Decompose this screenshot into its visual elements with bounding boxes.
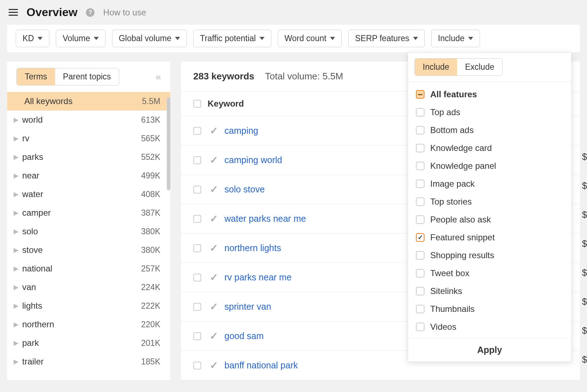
feature-checkbox[interactable]	[416, 180, 425, 188]
sidebar-item-count: 499K	[141, 171, 160, 181]
row-checkbox[interactable]	[193, 362, 201, 369]
dollar-sign: $	[582, 287, 587, 316]
check-icon: ✓	[210, 125, 218, 137]
sidebar-item[interactable]: ▶parks552K	[7, 148, 170, 166]
feature-checkbox[interactable]	[416, 269, 425, 278]
help-icon[interactable]: ?	[86, 8, 94, 17]
filter-include[interactable]: Include	[431, 30, 480, 47]
sidebar-item-all-keywords[interactable]: All keywords 5.5M	[7, 92, 170, 111]
feature-checkbox[interactable]	[416, 215, 425, 224]
sidebar-item[interactable]: ▶camper387K	[7, 204, 170, 222]
chevron-right-icon: ▶	[14, 134, 19, 142]
filter-serp-features[interactable]: SERP features	[348, 30, 425, 47]
help-link[interactable]: How to use	[103, 8, 146, 18]
select-all-checkbox[interactable]	[193, 100, 201, 108]
checkbox-indeterminate[interactable]	[416, 90, 425, 99]
sidebar-item[interactable]: ▶trailer185K	[7, 352, 170, 371]
dollar-sign: $	[582, 229, 587, 258]
sidebar-item-label: park	[22, 338, 141, 348]
feature-checkbox[interactable]	[416, 287, 425, 295]
feature-checkbox[interactable]	[416, 251, 425, 260]
chevron-right-icon: ▶	[14, 172, 19, 180]
sidebar-item[interactable]: ▶solo380K	[7, 222, 170, 241]
feature-label: Sitelinks	[430, 286, 462, 296]
feature-row[interactable]: Knowledge card	[414, 139, 565, 157]
dollar-sign: $	[582, 171, 587, 200]
row-checkbox[interactable]	[193, 303, 201, 311]
panel-tab-exclude[interactable]: Exclude	[457, 59, 502, 75]
feature-checkbox[interactable]	[416, 108, 425, 117]
chevron-right-icon: ▶	[14, 265, 19, 273]
feature-label: Tweet box	[430, 268, 469, 278]
filter-volume[interactable]: Volume	[56, 30, 106, 47]
feature-row[interactable]: Videos	[414, 318, 565, 336]
sidebar-item-label: camper	[22, 208, 141, 218]
feature-row[interactable]: Bottom ads	[414, 121, 565, 139]
sidebar-item[interactable]: ▶rv565K	[7, 129, 170, 148]
keyword-link[interactable]: good sam	[224, 331, 264, 341]
keyword-link[interactable]: banff national park	[224, 360, 298, 371]
row-checkbox[interactable]	[193, 127, 201, 135]
row-checkbox[interactable]	[193, 244, 201, 252]
feature-row[interactable]: Thumbnails	[414, 300, 565, 318]
chevron-right-icon: ▶	[14, 209, 19, 217]
feature-row[interactable]: Image pack	[414, 175, 565, 193]
feature-row[interactable]: Top stories	[414, 193, 565, 211]
sidebar-item[interactable]: ▶lights222K	[7, 297, 170, 315]
sidebar-item[interactable]: ▶world613K	[7, 111, 170, 129]
row-checkbox[interactable]	[193, 156, 201, 164]
row-checkbox[interactable]	[193, 186, 201, 193]
sidebar-item[interactable]: ▶near499K	[7, 166, 170, 185]
sidebar-item[interactable]: ▶national257K	[7, 259, 170, 278]
filter-kd[interactable]: KD	[16, 30, 49, 47]
keyword-link[interactable]: northern lights	[224, 243, 281, 253]
feature-checkbox[interactable]	[416, 126, 425, 134]
keyword-link[interactable]: camping	[224, 126, 258, 136]
feature-row[interactable]: People also ask	[414, 211, 565, 229]
feature-row[interactable]: Tweet box	[414, 264, 565, 282]
feature-checkbox[interactable]	[416, 233, 425, 242]
sidebar-item[interactable]: ▶stove380K	[7, 241, 170, 259]
row-checkbox[interactable]	[193, 215, 201, 223]
filter-traffic-potential[interactable]: Traffic potential	[193, 30, 271, 47]
filter-global-volume[interactable]: Global volume	[112, 30, 187, 47]
row-checkbox[interactable]	[193, 332, 201, 340]
sidebar-item[interactable]: ▶water408K	[7, 185, 170, 204]
scrollbar[interactable]	[167, 97, 170, 190]
panel-tab-include[interactable]: Include	[415, 59, 457, 75]
feature-row[interactable]: Knowledge panel	[414, 157, 565, 175]
feature-row[interactable]: Top ads	[414, 103, 565, 121]
feature-all[interactable]: All features	[414, 85, 565, 103]
filter-word-count[interactable]: Word count	[278, 30, 342, 47]
keyword-link[interactable]: sprinter van	[224, 302, 271, 312]
keyword-link[interactable]: solo stove	[224, 184, 265, 195]
sidebar-item[interactable]: ▶northern220K	[7, 315, 170, 334]
row-checkbox[interactable]	[193, 274, 201, 281]
apply-button[interactable]: Apply	[408, 338, 571, 362]
collapse-icon[interactable]: «	[155, 71, 161, 83]
keyword-link[interactable]: camping world	[224, 155, 282, 165]
sidebar-item-count: 613K	[141, 115, 160, 125]
feature-label: Thumbnails	[430, 304, 475, 314]
feature-checkbox[interactable]	[416, 305, 425, 313]
column-keyword[interactable]: Keyword	[208, 99, 244, 109]
feature-checkbox[interactable]	[416, 323, 425, 331]
feature-row[interactable]: Sitelinks	[414, 282, 565, 300]
sidebar-item[interactable]: ▶park201K	[7, 334, 170, 352]
feature-checkbox[interactable]	[416, 144, 425, 152]
tab-parent-topics[interactable]: Parent topics	[55, 68, 119, 85]
panel-tabs: Include Exclude	[408, 53, 571, 82]
total-volume: Total volume: 5.5M	[265, 71, 343, 82]
feature-row[interactable]: Featured snippet	[414, 229, 565, 246]
chevron-down-icon	[330, 37, 335, 40]
feature-checkbox[interactable]	[416, 162, 425, 170]
feature-checkbox[interactable]	[416, 197, 425, 206]
sidebar-item-label: near	[22, 171, 141, 181]
menu-icon[interactable]	[9, 9, 18, 16]
sidebar-item[interactable]: ▶van224K	[7, 278, 170, 297]
keyword-link[interactable]: water parks near me	[224, 214, 306, 224]
keyword-link[interactable]: rv parks near me	[224, 272, 292, 283]
sidebar-item-label: world	[22, 115, 141, 125]
tab-terms[interactable]: Terms	[17, 68, 55, 85]
feature-row[interactable]: Shopping results	[414, 246, 565, 264]
